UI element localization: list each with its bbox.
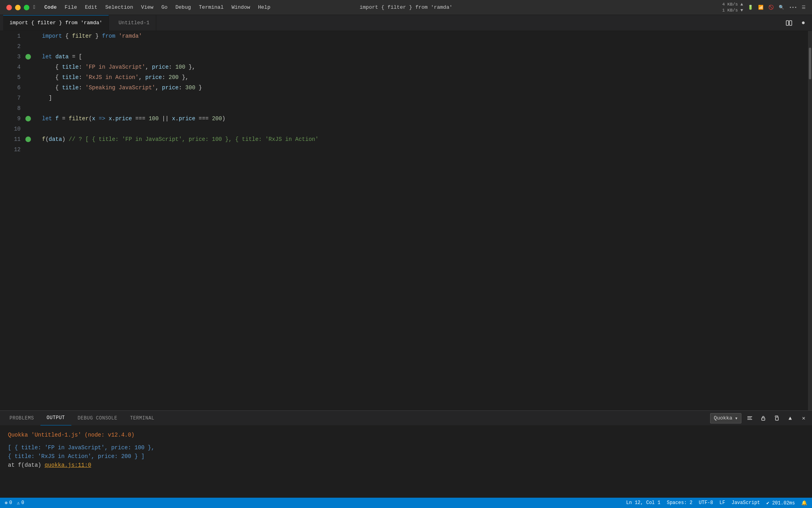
network-status: 4 KB/s ▲1 KB/s ▼ [722, 2, 743, 13]
code-line-4: { title: 'FP in JavaScript', price: 100 … [42, 62, 802, 72]
panel-tab-right: Quokka ▾ [710, 413, 809, 423]
svg-rect-2 [747, 416, 752, 417]
errors-indicator[interactable]: ⊗ 0 [5, 500, 12, 506]
lock-icon[interactable] [758, 413, 768, 423]
breakpoint-3[interactable] [25, 54, 31, 60]
gutter [24, 31, 36, 410]
battery-icon: 🔋 [748, 5, 753, 10]
traffic-lights [6, 5, 29, 10]
code-line-9: let f = filter(x => x.price === 100 || x… [42, 114, 802, 124]
titlebar:  Code File Edit Selection View Go Debug… [0, 0, 812, 15]
code-line-8 [42, 103, 802, 114]
output-line-5: at f(data) quokka.js:11:0 [8, 461, 804, 470]
breakpoint-9[interactable] [25, 116, 31, 121]
output-source-label: Quokka [714, 415, 732, 421]
output-spacer [8, 439, 804, 443]
language-mode[interactable]: JavaScript [732, 500, 760, 506]
list-icon[interactable]: ☰ [802, 5, 806, 10]
encoding[interactable]: UTF-8 [699, 500, 713, 506]
split-editor-icon[interactable] [783, 17, 795, 29]
menu-terminal[interactable]: Terminal [199, 4, 224, 10]
tabbar-right: ● [783, 17, 809, 29]
circle-icon[interactable]: ● [798, 17, 809, 29]
bottom-panel: PROBLEMS OUTPUT DEBUG CONSOLE TERMINAL Q… [0, 410, 812, 498]
code-line-5: { title: 'RxJS in Action', price: 200 }, [42, 72, 802, 83]
tabbar: import { filter } from 'ramda' Untitled-… [0, 15, 812, 31]
menu-help[interactable]: Help [258, 4, 270, 10]
output-line-3: [ { title: 'FP in JavaScript', price: 10… [8, 443, 804, 452]
titlebar-left:  Code File Edit Selection View Go Debug… [6, 4, 270, 10]
menu-go[interactable]: Go [161, 4, 168, 10]
code-line-10 [42, 124, 802, 134]
close-button[interactable] [6, 5, 12, 10]
output-line-4: { title: 'RxJS in Action', price: 200 } … [8, 452, 804, 461]
svg-rect-5 [762, 418, 765, 420]
scroll-up-icon[interactable]: ▲ [785, 413, 795, 423]
error-count: 0 [9, 500, 12, 506]
code-line-7: ] [42, 93, 802, 103]
line-ending[interactable]: LF [720, 500, 725, 506]
minimize-button[interactable] [15, 5, 21, 10]
quokka-link[interactable]: quokka.js:11:0 [44, 462, 91, 468]
error-icon: ⊗ [5, 500, 8, 506]
panel-tab-output[interactable]: OUTPUT [40, 411, 71, 425]
svg-rect-1 [789, 21, 792, 25]
menu-selection[interactable]: Selection [105, 4, 133, 10]
panel-tab-debug-console[interactable]: DEBUG CONSOLE [71, 411, 124, 425]
notifications-icon[interactable]: 🔔 [801, 500, 807, 506]
window-title: import { filter } from 'ramda' [360, 4, 452, 10]
statusbar-left: ⊗ 0 ⚠ 0 [5, 500, 24, 506]
svg-rect-4 [747, 419, 752, 420]
panel-output-content: Quokka 'Untitled-1.js' (node: v12.4.0) [… [0, 426, 812, 498]
editor-scrollbar[interactable] [808, 31, 812, 410]
warning-icon: ⚠ [17, 500, 19, 506]
apple-menu[interactable]:  [33, 4, 36, 10]
menu-code[interactable]: Code [44, 4, 57, 10]
indentation[interactable]: Spaces: 2 [667, 500, 693, 506]
clear-output-icon[interactable] [745, 413, 755, 423]
inactive-tab-label: Untitled-1 [119, 20, 149, 26]
output-source-select[interactable]: Quokka ▾ [710, 413, 741, 423]
maximize-button[interactable] [24, 5, 29, 10]
menu-edit[interactable]: Edit [85, 4, 97, 10]
warning-count: 0 [21, 500, 24, 506]
statusbar: ⊗ 0 ⚠ 0 Ln 12, Col 1 Spaces: 2 UTF-8 LF … [0, 498, 812, 508]
wifi-icon: 📶 [758, 5, 764, 10]
tab-active[interactable]: import { filter } from 'ramda' [3, 15, 109, 31]
active-tab-label: import { filter } from 'ramda' [10, 20, 102, 26]
menu-bar:  Code File Edit Selection View Go Debug… [33, 4, 270, 10]
menu-view[interactable]: View [141, 4, 153, 10]
scrollbar-thumb[interactable] [809, 48, 811, 79]
do-not-disturb-icon: 🚫 [768, 5, 774, 10]
tab-untitled[interactable]: Untitled-1 [109, 15, 156, 31]
code-line-6: { title: 'Speaking JavaScript', price: 3… [42, 83, 802, 93]
more-icon[interactable]: ••• [789, 5, 797, 10]
timing: ✔ 201.02ms [766, 500, 795, 506]
copy-icon[interactable] [772, 413, 782, 423]
chevron-down-icon: ▾ [735, 415, 738, 421]
close-panel-icon[interactable]: ✕ [799, 413, 809, 423]
statusbar-right: Ln 12, Col 1 Spaces: 2 UTF-8 LF JavaScri… [626, 500, 807, 506]
code-area: import { filter } from 'ramda' let data … [36, 31, 808, 410]
breakpoint-11[interactable] [25, 137, 31, 142]
panel-tab-terminal[interactable]: TERMINAL [124, 411, 161, 425]
code-line-3: let data = [ [42, 52, 802, 62]
svg-rect-3 [747, 418, 751, 418]
cursor-position[interactable]: Ln 12, Col 1 [626, 500, 660, 506]
panel-tab-problems[interactable]: PROBLEMS [3, 411, 40, 425]
editor: 1 2 3 4 5 6 7 8 9 10 11 12 impor [0, 31, 812, 410]
code-line-11: f(data) // ? [ { title: 'FP in JavaScrip… [42, 134, 802, 144]
panel-tabs: PROBLEMS OUTPUT DEBUG CONSOLE TERMINAL Q… [0, 411, 812, 426]
menu-file[interactable]: File [65, 4, 77, 10]
output-line-1: Quokka 'Untitled-1.js' (node: v12.4.0) [8, 431, 804, 439]
line-numbers: 1 2 3 4 5 6 7 8 9 10 11 12 [0, 31, 24, 410]
warnings-indicator[interactable]: ⚠ 0 [17, 500, 24, 506]
code-line-2 [42, 41, 802, 52]
menu-window[interactable]: Window [232, 4, 250, 10]
svg-rect-6 [776, 417, 778, 420]
titlebar-right: 4 KB/s ▲1 KB/s ▼ 🔋 📶 🚫 🔍 ••• ☰ [722, 2, 806, 13]
svg-rect-0 [786, 21, 789, 25]
code-line-1: import { filter } from 'ramda' [42, 31, 802, 41]
menu-debug[interactable]: Debug [176, 4, 191, 10]
spotlight-icon: 🔍 [779, 5, 784, 10]
